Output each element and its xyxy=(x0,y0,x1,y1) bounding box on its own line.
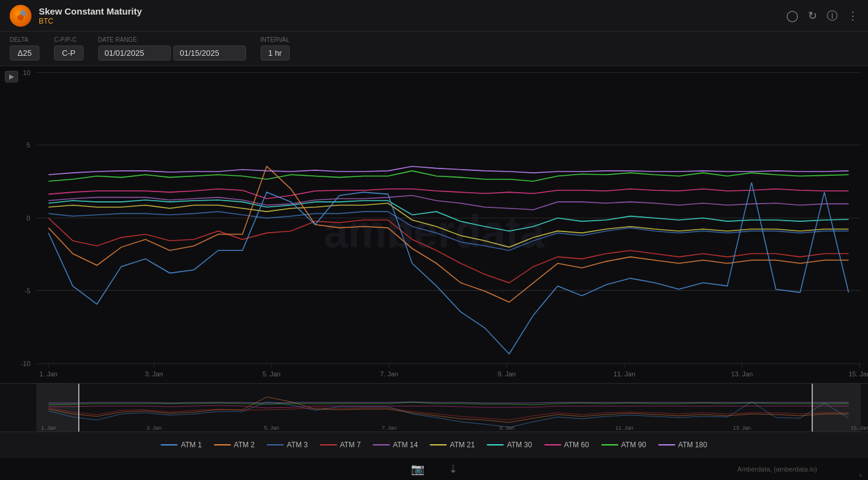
legend-item-atm60[interactable]: ATM 60 xyxy=(544,441,589,449)
legend-color-atm2 xyxy=(214,444,231,445)
interval-control: Interval 1 hr xyxy=(261,36,290,61)
svg-text:9. Jan: 9. Jan xyxy=(499,425,515,431)
interval-label: Interval xyxy=(261,36,290,43)
refresh-icon[interactable]: ↻ xyxy=(808,9,817,22)
resize-handle: ⌞ xyxy=(859,468,863,478)
cp-button[interactable]: C-P xyxy=(54,45,83,61)
legend-item-atm3[interactable]: ATM 3 xyxy=(267,441,307,449)
legend-color-atm14 xyxy=(373,444,390,445)
svg-text:-5: -5 xyxy=(24,287,30,294)
download-icon[interactable]: ⇣ xyxy=(449,462,458,476)
header: Skew Constant Maturity BTC ◯ ↻ ⓘ ⋮ xyxy=(0,0,868,32)
legend-bar: ATM 1 ATM 2 ATM 3 ATM 7 ATM 14 ATM 21 AT… xyxy=(0,432,868,457)
svg-text:15. Jan: 15. Jan xyxy=(849,370,868,378)
legend-item-atm7[interactable]: ATM 7 xyxy=(320,441,361,449)
svg-text:13. Jan: 13. Jan xyxy=(733,425,751,431)
delta-button[interactable]: Δ25 xyxy=(10,45,39,61)
legend-label-atm90: ATM 90 xyxy=(621,441,646,449)
footer-credit: Amberdata, (amberdata.io) xyxy=(738,465,817,473)
app-subtitle: BTC xyxy=(39,17,142,25)
legend-label-atm14: ATM 14 xyxy=(393,441,418,449)
title-block: Skew Constant Maturity BTC xyxy=(39,6,142,25)
legend-item-atm2[interactable]: ATM 2 xyxy=(214,441,255,449)
date-range-label: Date Range xyxy=(98,36,246,43)
legend-color-atm180 xyxy=(658,444,675,445)
date-range-inputs xyxy=(98,45,246,61)
legend-color-atm21 xyxy=(430,444,447,445)
camera-icon[interactable]: 📷 xyxy=(411,462,424,476)
svg-text:7. Jan: 7. Jan xyxy=(382,425,397,431)
footer-bar: 📷 ⇣ Amberdata, (amberdata.io) ⌞ xyxy=(0,457,868,480)
legend-item-atm30[interactable]: ATM 30 xyxy=(487,441,532,449)
chart-expand-button[interactable]: ▶ xyxy=(5,71,18,82)
svg-text:5. Jan: 5. Jan xyxy=(262,370,281,378)
cp-label: C-P/P-C xyxy=(54,36,83,43)
legend-label-atm180: ATM 180 xyxy=(678,441,707,449)
svg-text:0: 0 xyxy=(27,215,30,222)
legend-label-atm7: ATM 7 xyxy=(340,441,361,449)
legend-label-atm3: ATM 3 xyxy=(287,441,307,449)
date-start-input[interactable] xyxy=(98,45,171,61)
more-icon[interactable]: ⋮ xyxy=(847,9,858,22)
controls-bar: Delta Δ25 C-P/P-C C-P Date Range Interva… xyxy=(0,32,868,66)
svg-text:10: 10 xyxy=(23,69,30,76)
legend-item-atm90[interactable]: ATM 90 xyxy=(601,441,646,449)
svg-text:11. Jan: 11. Jan xyxy=(615,425,633,431)
delta-control: Delta Δ25 xyxy=(10,36,39,61)
legend-label-atm2: ATM 2 xyxy=(234,441,255,449)
legend-color-atm60 xyxy=(544,444,561,445)
bookmark-icon[interactable]: ◯ xyxy=(786,9,798,22)
app-logo xyxy=(10,5,32,27)
interval-button[interactable]: 1 hr xyxy=(261,45,290,61)
legend-item-atm180[interactable]: ATM 180 xyxy=(658,441,707,449)
legend-color-atm90 xyxy=(601,444,618,445)
svg-text:-10: -10 xyxy=(21,360,30,367)
info-icon[interactable]: ⓘ xyxy=(827,8,838,23)
legend-label-atm30: ATM 30 xyxy=(507,441,532,449)
legend-color-atm7 xyxy=(320,444,337,445)
main-chart: 10 5 0 -5 -10 1. Jan 3. Jan 5. Jan 7. Ja… xyxy=(0,66,868,383)
date-end-input[interactable] xyxy=(173,45,246,61)
legend-item-atm1[interactable]: ATM 1 xyxy=(161,441,201,449)
svg-text:3. Jan: 3. Jan xyxy=(147,425,162,431)
svg-text:1. Jan: 1. Jan xyxy=(39,370,58,378)
svg-text:7. Jan: 7. Jan xyxy=(380,370,398,378)
legend-color-atm1 xyxy=(161,444,178,445)
legend-item-atm21[interactable]: ATM 21 xyxy=(430,441,475,449)
legend-color-atm3 xyxy=(267,444,284,445)
legend-color-atm30 xyxy=(487,444,504,445)
svg-text:13. Jan: 13. Jan xyxy=(731,370,753,378)
svg-text:9. Jan: 9. Jan xyxy=(498,370,516,378)
header-right: ◯ ↻ ⓘ ⋮ xyxy=(786,8,858,23)
legend-label-atm60: ATM 60 xyxy=(564,441,589,449)
svg-text:1. Jan: 1. Jan xyxy=(41,425,56,431)
svg-text:11. Jan: 11. Jan xyxy=(613,370,635,378)
header-left: Skew Constant Maturity BTC xyxy=(10,5,142,27)
svg-point-2 xyxy=(18,15,24,21)
svg-text:5: 5 xyxy=(27,141,30,148)
legend-label-atm1: ATM 1 xyxy=(181,441,201,449)
delta-label: Delta xyxy=(10,36,39,43)
cp-control: C-P/P-C C-P xyxy=(54,36,83,61)
svg-text:5. Jan: 5. Jan xyxy=(264,425,279,431)
svg-text:3. Jan: 3. Jan xyxy=(145,370,163,378)
legend-label-atm21: ATM 21 xyxy=(450,441,475,449)
overview-chart[interactable]: 1. Jan 3. Jan 5. Jan 7. Jan 9. Jan 11. J… xyxy=(0,383,868,432)
date-range-control: Date Range xyxy=(98,36,246,61)
svg-text:15. Jan: 15. Jan xyxy=(850,425,868,431)
app-title: Skew Constant Maturity xyxy=(39,6,142,17)
legend-item-atm14[interactable]: ATM 14 xyxy=(373,441,418,449)
